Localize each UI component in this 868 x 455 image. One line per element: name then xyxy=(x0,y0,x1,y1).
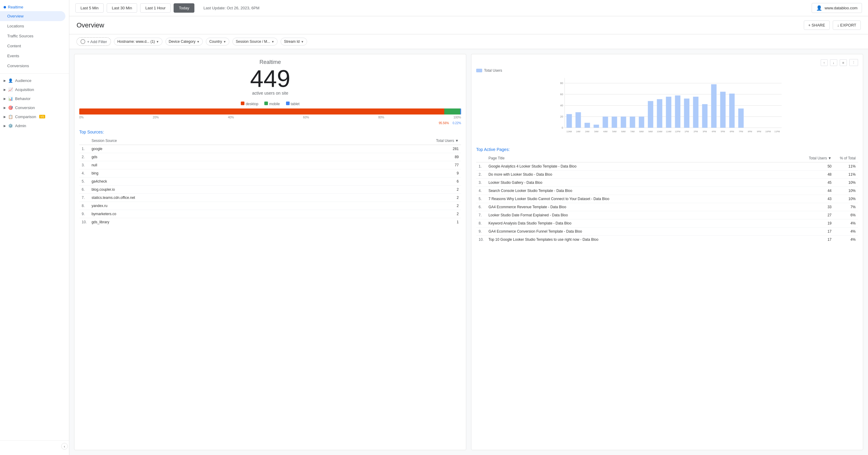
filter-device-category[interactable]: Device Category ▼ xyxy=(165,38,203,45)
chart-bar xyxy=(594,125,599,128)
row-users: 43 xyxy=(804,195,834,203)
row-num: 2. xyxy=(79,153,89,161)
chart-bar xyxy=(675,96,681,128)
filters-bar: + Add Filter Hostname: www.d... (1) ▼ De… xyxy=(69,34,868,49)
desktop-color-dot xyxy=(241,102,244,105)
chart-bar xyxy=(603,117,608,128)
tablet-legend: tablet xyxy=(286,102,300,106)
desktop-pct-label: 95.56% xyxy=(439,122,449,125)
filter-session-source[interactable]: Session Source / M... ▼ xyxy=(232,38,278,45)
chart-more-button[interactable]: ⋮ xyxy=(849,59,858,66)
chart-bar xyxy=(621,117,626,128)
sources-users-header[interactable]: Total Users ▼ xyxy=(327,137,461,145)
today-button[interactable]: Today xyxy=(174,3,194,13)
svg-text:80: 80 xyxy=(560,82,563,85)
row-users: 1 xyxy=(327,218,461,226)
row-num: 5. xyxy=(476,195,486,203)
chart-down-button[interactable]: ↓ xyxy=(830,59,837,66)
sidebar-section-conversion[interactable]: ▶ 🎯 Conversion xyxy=(0,102,69,111)
row-pct: 10% xyxy=(834,195,858,203)
row-page-title: Top 10 Google Looker Studio Templates to… xyxy=(486,236,804,244)
last-1hour-button[interactable]: Last 1 Hour xyxy=(140,3,170,13)
sidebar-item-traffic-sources[interactable]: Traffic Sources xyxy=(0,31,65,41)
sidebar-item-content[interactable]: Content xyxy=(0,41,65,51)
table-row: 1. google 281 xyxy=(79,145,461,153)
filter-country[interactable]: Country ▼ xyxy=(206,38,229,45)
row-source: null xyxy=(89,161,327,169)
chevron-right-icon: ▶ xyxy=(4,88,6,91)
chevron-right-icon: ▶ xyxy=(4,115,6,119)
row-num: 9. xyxy=(476,228,486,236)
svg-text:0: 0 xyxy=(561,126,563,129)
share-button[interactable]: + SHARE xyxy=(804,21,830,30)
filter-hostname[interactable]: Hostname: www.d... (1) ▼ xyxy=(114,38,162,45)
add-filter-button[interactable]: + Add Filter xyxy=(76,37,111,46)
sidebar-section-behavior[interactable]: ▶ 📊 Behavior xyxy=(0,93,69,102)
table-row: 7. statics.teams.cdn.office.net 2 xyxy=(79,194,461,202)
filter-stream-id[interactable]: Stream Id ▼ xyxy=(281,38,307,45)
domain-selector[interactable]: 👤 www.databloo.com xyxy=(812,3,862,13)
last-5min-button[interactable]: Last 5 Min xyxy=(75,3,104,13)
svg-text:3AM: 3AM xyxy=(594,130,598,133)
sidebar-section-acquisition[interactable]: ▶ 📈 Acquisition xyxy=(0,85,69,93)
domain-label: www.databloo.com xyxy=(825,6,858,10)
chart-bar xyxy=(576,112,581,128)
page-title: Overview xyxy=(76,22,104,29)
row-users: 48 xyxy=(804,170,834,179)
sidebar-realtime-item[interactable]: Realtime xyxy=(4,5,65,9)
row-pct: 4% xyxy=(834,228,858,236)
sidebar-item-locations[interactable]: Locations xyxy=(0,21,65,31)
row-num: 7. xyxy=(79,194,89,202)
chart-filter-button[interactable]: ≡ xyxy=(840,59,847,66)
sidebar-section-admin[interactable]: ▶ ⚙️ Admin xyxy=(0,121,69,130)
svg-text:6AM: 6AM xyxy=(621,130,626,133)
row-num: 3. xyxy=(79,161,89,169)
sidebar-section-comparison[interactable]: ▶ 📋 Comparison VS xyxy=(0,111,69,121)
row-users: 50 xyxy=(804,162,834,170)
chart-bar xyxy=(585,123,590,128)
chart-up-button[interactable]: ↑ xyxy=(821,59,828,66)
sidebar-section-audience[interactable]: ▶ 👤 Audience xyxy=(0,75,69,85)
sidebar-item-conversions[interactable]: Conversions xyxy=(0,61,65,71)
chart-bar xyxy=(639,117,644,128)
row-page-title: Google Analytics 4 Looker Studio Templat… xyxy=(486,162,804,170)
pages-title-header[interactable]: Page Title xyxy=(486,154,804,162)
mobile-color-dot xyxy=(264,102,268,105)
pages-users-header[interactable]: Total Users ▼ xyxy=(804,154,834,162)
pages-table-body: 1. Google Analytics 4 Looker Studio Temp… xyxy=(476,162,858,244)
table-row: 4. Search Console Looker Studio Template… xyxy=(476,187,858,195)
dashboard-panels: Realtime 449 active users on site deskto… xyxy=(69,49,868,455)
row-num: 3. xyxy=(476,179,486,187)
row-pct: 11% xyxy=(834,170,858,179)
svg-text:2PM: 2PM xyxy=(693,130,698,133)
table-row: 6. GA4 Ecommerce Revenue Template - Data… xyxy=(476,203,858,211)
row-source: blog.coupler.io xyxy=(89,186,327,194)
row-source: yandex.ru xyxy=(89,202,327,210)
svg-text:11AM: 11AM xyxy=(666,130,671,133)
row-pct: 4% xyxy=(834,236,858,244)
svg-text:3PM: 3PM xyxy=(703,130,707,133)
row-pct: 4% xyxy=(834,219,858,228)
chevron-down-icon: ▼ xyxy=(196,40,199,43)
svg-text:10AM: 10AM xyxy=(657,130,662,133)
svg-text:2AM: 2AM xyxy=(585,130,590,133)
last-30min-button[interactable]: Last 30 Min xyxy=(107,3,137,13)
row-users: 19 xyxy=(804,219,834,228)
table-row: 10. Top 10 Google Looker Studio Template… xyxy=(476,236,858,244)
svg-text:60: 60 xyxy=(560,93,563,96)
row-source: gds_library xyxy=(89,218,327,226)
svg-text:1AM: 1AM xyxy=(576,130,581,133)
row-num: 10. xyxy=(476,236,486,244)
export-button[interactable]: ↓ EXPORT xyxy=(833,21,861,30)
pages-pct-header[interactable]: % of Total xyxy=(834,154,858,162)
row-pct: 7% xyxy=(834,203,858,211)
sidebar-collapse-button[interactable]: ‹ xyxy=(61,443,68,450)
pages-num-header xyxy=(476,154,486,162)
sidebar-item-overview[interactable]: Overview xyxy=(0,11,65,21)
total-users-legend-bar xyxy=(476,69,482,72)
chart-legend: Total Users xyxy=(476,68,858,73)
table-row: 7. Looker Studio Date Format Explained -… xyxy=(476,211,858,219)
sources-session-header[interactable]: Session Source xyxy=(89,137,327,145)
chevron-down-icon: ▼ xyxy=(223,40,226,43)
sidebar-item-events[interactable]: Events xyxy=(0,51,65,61)
